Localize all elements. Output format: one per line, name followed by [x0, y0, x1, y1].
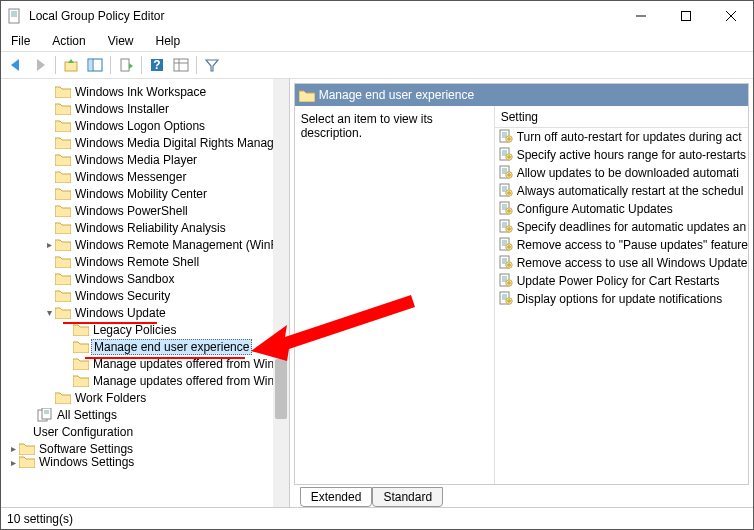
setting-item[interactable]: Always automatically restart at the sche… [495, 182, 748, 200]
setting-label: Display options for update notifications [517, 292, 722, 306]
filter-button[interactable] [201, 54, 223, 76]
tab-extended[interactable]: Extended [300, 487, 373, 507]
setting-item[interactable]: Allow updates to be downloaded automati [495, 164, 748, 182]
tree-item[interactable]: Windows Mobility Center [1, 185, 289, 202]
tab-standard[interactable]: Standard [372, 487, 443, 507]
setting-item[interactable]: Remove access to "Pause updates" feature [495, 236, 748, 254]
setting-item[interactable]: Update Power Policy for Cart Restarts [495, 272, 748, 290]
menu-help[interactable]: Help [152, 32, 185, 50]
tree-item[interactable]: Work Folders [1, 389, 289, 406]
tree-item-label: Windows Update [73, 306, 168, 320]
svg-rect-61 [507, 210, 511, 211]
up-button[interactable] [60, 54, 82, 76]
maximize-button[interactable] [663, 1, 708, 31]
tree-item[interactable]: Windows Reliability Analysis [1, 219, 289, 236]
forward-button[interactable] [29, 54, 51, 76]
folder-icon [55, 204, 71, 218]
tree-item-label: Windows Media Player [73, 153, 199, 167]
expand-icon[interactable]: ▾ [43, 307, 55, 318]
svg-marker-9 [37, 59, 45, 71]
app-icon [7, 8, 23, 24]
tree-item[interactable]: Windows PowerShell [1, 202, 289, 219]
tree-item-label: Windows PowerShell [73, 204, 190, 218]
setting-label: Specify active hours range for auto-rest… [517, 148, 746, 162]
setting-item[interactable]: Turn off auto-restart for updates during… [495, 128, 748, 146]
svg-rect-68 [507, 228, 511, 229]
folder-icon [55, 289, 71, 303]
tree-item[interactable]: Windows Security [1, 287, 289, 304]
tree-item-label: Software Settings [37, 442, 135, 456]
tree-item[interactable]: Windows Ink Workspace [1, 83, 289, 100]
tree-item[interactable]: ▾Windows Update [1, 304, 289, 321]
svg-rect-10 [65, 62, 77, 71]
tree-item[interactable]: ▸Windows Settings [1, 457, 289, 467]
tree-item[interactable]: Windows Sandbox [1, 270, 289, 287]
tree-item[interactable]: Windows Remote Shell [1, 253, 289, 270]
setting-icon [499, 165, 513, 182]
tree-item[interactable]: ▸Windows Remote Management (WinR [1, 236, 289, 253]
setting-item[interactable]: Display options for update notifications [495, 290, 748, 308]
expand-icon[interactable]: ▸ [7, 457, 19, 468]
tree-item-label: Windows Mobility Center [73, 187, 209, 201]
menu-file[interactable]: File [7, 32, 34, 50]
setting-label: Remove access to use all Windows Update [517, 256, 748, 270]
close-button[interactable] [708, 1, 753, 31]
setting-item[interactable]: Remove access to use all Windows Update [495, 254, 748, 272]
folder-icon [55, 102, 71, 116]
tree-item[interactable]: Windows Messenger [1, 168, 289, 185]
folder-icon [55, 306, 71, 320]
folder-icon [55, 119, 71, 133]
folder-icon [73, 340, 89, 354]
tree-item[interactable]: Windows Media Digital Rights Manage [1, 134, 289, 151]
properties-button[interactable] [170, 54, 192, 76]
menu-action[interactable]: Action [48, 32, 89, 50]
expand-icon[interactable]: ▸ [43, 239, 55, 250]
setting-item[interactable]: Configure Automatic Updates [495, 200, 748, 218]
tree-scrollbar[interactable] [273, 79, 289, 507]
tree-item-label: Windows Security [73, 289, 172, 303]
setting-icon [499, 219, 513, 236]
tree-item[interactable]: Windows Media Player [1, 151, 289, 168]
tree-item-label: Windows Messenger [73, 170, 188, 184]
tree-pane: Windows Ink WorkspaceWindows InstallerWi… [1, 79, 290, 507]
setting-label: Configure Automatic Updates [517, 202, 673, 216]
toolbar: ? [1, 51, 753, 79]
minimize-button[interactable] [618, 1, 663, 31]
setting-item[interactable]: Specify active hours range for auto-rest… [495, 146, 748, 164]
setting-label: Remove access to "Pause updates" feature [517, 238, 748, 252]
back-button[interactable] [5, 54, 27, 76]
help-button[interactable]: ? [146, 54, 168, 76]
tree-item[interactable]: Windows Installer [1, 100, 289, 117]
setting-icon [499, 183, 513, 200]
svg-rect-14 [89, 60, 92, 70]
folder-icon [299, 89, 315, 102]
tree-item[interactable]: User Configuration [1, 423, 289, 440]
tree-item-label: Windows Logon Options [73, 119, 207, 133]
tree-item[interactable]: Windows Logon Options [1, 117, 289, 134]
statusbar: 10 setting(s) [1, 507, 753, 529]
export-button[interactable] [115, 54, 137, 76]
folder-icon [37, 408, 53, 422]
column-header-setting[interactable]: Setting [495, 106, 748, 128]
svg-rect-47 [507, 174, 511, 175]
tree-item-label: Work Folders [73, 391, 148, 405]
tree-item[interactable]: Manage updates offered from Win [1, 372, 289, 389]
setting-icon [499, 237, 513, 254]
svg-rect-33 [507, 138, 511, 139]
tree-item-label: Windows Settings [37, 455, 136, 469]
svg-rect-40 [507, 156, 511, 157]
tree-item-label: Manage updates offered from Win [91, 374, 276, 388]
folder-icon [73, 323, 89, 337]
expand-icon[interactable]: ▸ [7, 443, 19, 454]
menu-view[interactable]: View [104, 32, 138, 50]
tree-item[interactable]: Manage end user experience [1, 338, 289, 355]
tree-item[interactable]: All Settings [1, 406, 289, 423]
tree-item-label: Manage end user experience [91, 339, 252, 355]
setting-label: Update Power Policy for Cart Restarts [517, 274, 720, 288]
setting-item[interactable]: Specify deadlines for automatic updates … [495, 218, 748, 236]
show-hide-tree-button[interactable] [84, 54, 106, 76]
folder-icon [55, 221, 71, 235]
main-header: Manage end user experience [295, 84, 748, 106]
folder-icon [55, 272, 71, 286]
window-title: Local Group Policy Editor [29, 9, 618, 23]
